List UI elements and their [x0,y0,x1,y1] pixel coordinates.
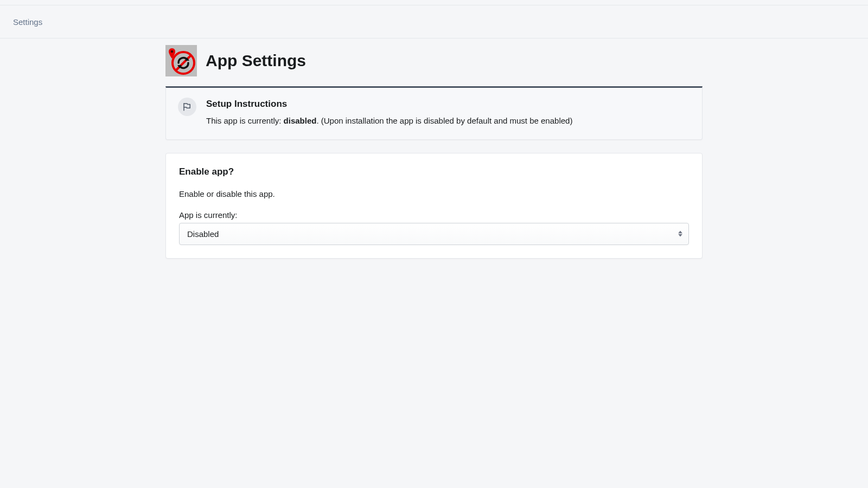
enable-app-select[interactable]: Disabled [179,223,689,245]
title-row: App Settings [165,45,703,86]
flag-icon [178,98,196,116]
app-icon [165,45,197,76]
enable-app-card: Enable app? Enable or disable this app. … [165,153,703,259]
top-spacer [0,0,868,5]
setup-instructions-title: Setup Instructions [206,99,690,110]
svg-point-1 [171,50,173,53]
setup-instructions-description: This app is currently: disabled. (Upon i… [206,115,690,127]
enable-app-title: Enable app? [179,166,689,177]
status-suffix: . (Upon installation the app is disabled… [316,116,572,125]
enable-select-wrap: Disabled [179,223,689,245]
content-area: App Settings Setup Instructions This app… [165,38,703,259]
setup-instructions-card: Setup Instructions This app is currently… [165,86,703,140]
enable-select-label: App is currently: [179,210,689,220]
enable-app-description: Enable or disable this app. [179,189,689,198]
status-value: disabled [284,116,317,125]
status-prefix: This app is currently: [206,116,284,125]
header-bar: Settings [0,5,868,38]
breadcrumb-settings[interactable]: Settings [13,17,42,27]
page-title: App Settings [206,52,306,70]
